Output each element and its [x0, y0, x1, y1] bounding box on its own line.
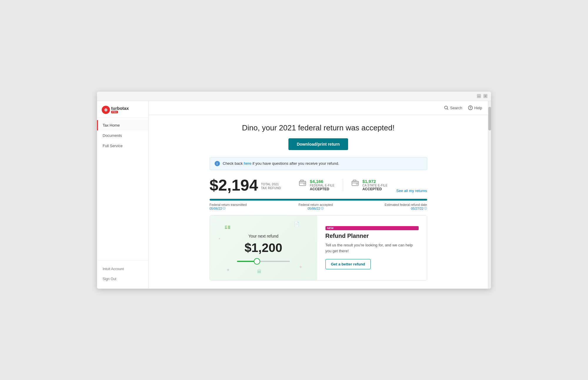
refund-slider[interactable] [237, 261, 290, 262]
sidebar-item-full-service[interactable]: Full Service [97, 141, 148, 151]
info-icon: i [215, 161, 220, 166]
state-wallet-icon [351, 179, 360, 187]
slider-thumb[interactable] [254, 258, 260, 265]
sidebar-bottom: Intuit Account Sign Out [97, 260, 148, 289]
sidebar-nav: Tax Home Documents Full Service [97, 118, 148, 260]
refund-planner-title: Refund Planner [325, 233, 419, 239]
sidebar-item-intuit-account[interactable]: Intuit Account [97, 264, 148, 274]
logo-icon: ⊕ [102, 106, 110, 114]
help-label: Help [474, 106, 482, 110]
state-desc: CA STATE E-FILE [363, 184, 387, 187]
progress-label-transmitted: Federal return transmitted 05/06/22 ⓘ [210, 203, 247, 211]
progress-label-accepted: Federal return accepted 05/06/22 ⓘ [298, 203, 333, 211]
svg-line-1 [447, 109, 448, 110]
svg-rect-5 [299, 182, 306, 183]
federal-refund-item: $4,166 FEDERAL E-FILE ACCEPTED [290, 179, 343, 191]
progress-bar [210, 199, 427, 201]
refund-planner-info-card: NEW Refund Planner Tell us the result yo… [317, 216, 427, 280]
search-action[interactable]: Search [444, 105, 462, 110]
scrollbar-thumb[interactable] [488, 107, 491, 130]
sidebar-item-documents[interactable]: Documents [97, 130, 148, 141]
federal-wallet-icon [299, 179, 307, 187]
svg-rect-11 [353, 180, 356, 181]
refund-details: $4,166 FEDERAL E-FILE ACCEPTED [290, 179, 396, 191]
info-text: Check back here if you have questions af… [223, 161, 339, 166]
svg-text:?: ? [470, 106, 471, 110]
progress-section: Federal return transmitted 05/06/22 ⓘ Fe… [210, 199, 427, 211]
minimize-button[interactable]: — [477, 94, 481, 98]
close-button[interactable]: ✕ [483, 94, 487, 98]
sidebar-item-tax-home[interactable]: Tax Home [97, 120, 148, 130]
help-icon: ? [468, 105, 473, 110]
progress-labels: Federal return transmitted 05/06/22 ⓘ Fe… [210, 203, 427, 211]
next-refund-amount: $1,200 [245, 241, 282, 255]
help-action[interactable]: ? Help [468, 105, 482, 110]
federal-status: ACCEPTED [310, 187, 335, 191]
title-bar: — ✕ [97, 92, 491, 101]
svg-rect-7 [300, 180, 303, 181]
info-circle-icon: ⓘ [223, 206, 225, 211]
transmitted-date[interactable]: 05/06/22 ⓘ [210, 206, 226, 211]
new-badge: NEW [325, 226, 419, 230]
scrollbar[interactable] [488, 101, 491, 289]
content-area: Dino, your 2021 federal return was accep… [186, 115, 451, 289]
get-better-refund-button[interactable]: Get a better refund [325, 259, 371, 269]
refund-planner-desc: Tell us the result you're looking for, a… [325, 242, 419, 254]
info-link[interactable]: here [244, 161, 251, 166]
progress-label-refund-date: Estimated federal refund date 05/27/22 ⓘ [385, 203, 427, 211]
logo-area: ⊕ turbotax PRO [97, 101, 148, 118]
logo-badge: PRO [111, 111, 118, 113]
hero-title: Dino, your 2021 federal return was accep… [210, 123, 427, 132]
deco-building-icon: 🏛 [257, 269, 262, 274]
state-refund-item: $1,972 CA STATE E-FILE ACCEPTED [343, 179, 396, 191]
deco-w4-icon: 📄 [294, 221, 300, 227]
state-status: ACCEPTED [363, 187, 387, 191]
refund-planner-label: Your next refund [248, 234, 278, 238]
search-icon [444, 105, 449, 110]
info-circle-icon-2: ⓘ [321, 206, 324, 211]
info-circle-icon-3: ⓘ [424, 206, 427, 211]
total-refund-amount: $2,194 [210, 177, 258, 193]
deco-dot-icon: • [219, 236, 220, 241]
deco-dollar-icon: 💵 [225, 224, 230, 230]
svg-rect-9 [352, 182, 358, 183]
hero-section: Dino, your 2021 federal return was accep… [210, 123, 427, 150]
state-amount: $1,972 [363, 179, 387, 184]
logo-name: turbotax [111, 106, 129, 110]
refund-label-line2: TAX REFUND [261, 186, 281, 190]
see-all-returns-link[interactable]: See all my returns [396, 189, 427, 193]
deco-star-icon: ✦ [226, 267, 230, 273]
bottom-cards: 💵 📄 ✦ • ✦ 🏛 Your next refund $1,200 [210, 215, 427, 280]
header-bar: Search ? Help [148, 101, 488, 115]
federal-amount: $4,166 [310, 179, 335, 184]
deco-star-icon-2: ✦ [299, 264, 303, 270]
sidebar-item-sign-out[interactable]: Sign Out [97, 274, 148, 284]
federal-desc: FEDERAL E-FILE [310, 184, 335, 187]
sidebar: ⊕ turbotax PRO Tax Home Documents Full S… [97, 101, 148, 289]
refund-date[interactable]: 05/27/22 ⓘ [411, 206, 427, 211]
search-label: Search [450, 106, 462, 110]
accepted-date[interactable]: 05/06/22 ⓘ [308, 206, 324, 211]
info-banner: i Check back here if you have questions … [210, 157, 427, 170]
refund-label-line1: TOTAL 2021 [261, 182, 281, 186]
refund-planner-visual-card: 💵 📄 ✦ • ✦ 🏛 Your next refund $1,200 [210, 216, 317, 280]
main-content: Search ? Help Dino, [148, 101, 488, 289]
app-window: — ✕ ⊕ turbotax PRO Tax Home Documents Fu… [97, 92, 491, 289]
download-print-button[interactable]: Download/print return [288, 138, 348, 150]
